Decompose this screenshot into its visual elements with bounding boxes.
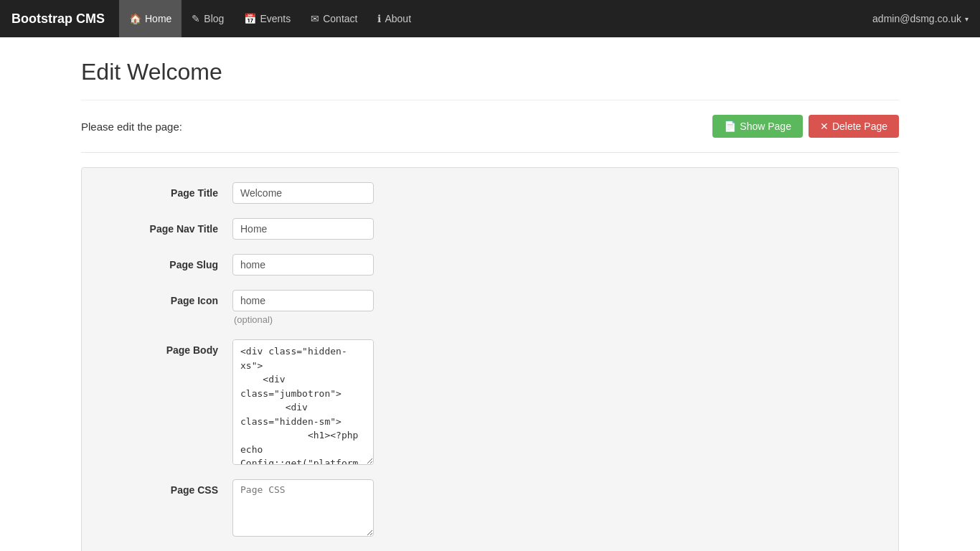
nav-link-events[interactable]: 📅 Events — [234, 0, 301, 37]
user-email: admin@dsmg.co.uk — [872, 13, 961, 24]
page-nav-title-group: Page Nav Title — [103, 218, 877, 240]
nav-label-home: Home — [145, 13, 171, 24]
toolbar-label: Please edit the page: — [81, 121, 182, 133]
page-body-body: <div class="hidden-xs"> <div class="jumb… — [232, 339, 374, 465]
page-nav-title-body — [232, 218, 374, 240]
navbar: Bootstrap CMS 🏠 Home ✎ Blog 📅 Events — [0, 0, 980, 37]
main-container: Edit Welcome Please edit the page: 📄 Sho… — [70, 37, 910, 551]
nav-items: 🏠 Home ✎ Blog 📅 Events ✉ Contact — [119, 0, 421, 37]
delete-page-label: Delete Page — [832, 121, 887, 132]
nav-item-home: 🏠 Home — [119, 0, 182, 37]
page-slug-body — [232, 254, 374, 276]
show-page-button[interactable]: 📄 Show Page — [712, 115, 803, 138]
user-dropdown-icon: ▾ — [965, 15, 969, 23]
page-slug-input[interactable] — [232, 254, 374, 276]
page-slug-group: Page Slug — [103, 254, 877, 276]
page-body-group: Page Body <div class="hidden-xs"> <div c… — [103, 339, 877, 465]
nav-label-blog: Blog — [204, 13, 224, 24]
file-icon: 📄 — [724, 121, 736, 132]
nav-label-about: About — [385, 13, 411, 24]
home-icon: 🏠 — [129, 13, 141, 24]
navbar-brand[interactable]: Bootstrap CMS — [11, 11, 105, 27]
events-icon: 📅 — [244, 13, 256, 24]
navbar-left: Bootstrap CMS 🏠 Home ✎ Blog 📅 Events — [11, 0, 421, 37]
page-css-body — [232, 479, 374, 537]
about-icon: ℹ — [377, 13, 381, 24]
nav-label-events: Events — [260, 13, 291, 24]
delete-icon: ✕ — [820, 121, 829, 132]
nav-link-about[interactable]: ℹ About — [367, 0, 421, 37]
page-css-group: Page CSS — [103, 479, 877, 537]
toolbar-row: Please edit the page: 📄 Show Page ✕ Dele… — [81, 115, 899, 153]
page-title: Edit Welcome — [81, 59, 899, 85]
page-nav-title-label: Page Nav Title — [103, 218, 232, 235]
blog-icon: ✎ — [192, 13, 200, 24]
page-body-label: Page Body — [103, 339, 232, 356]
nav-item-contact: ✉ Contact — [301, 0, 367, 37]
page-nav-title-input[interactable] — [232, 218, 374, 240]
nav-item-events: 📅 Events — [234, 0, 301, 37]
nav-item-blog: ✎ Blog — [182, 0, 234, 37]
page-icon-label: Page Icon — [103, 290, 232, 306]
page-title-label: Page Title — [103, 182, 232, 199]
nav-label-contact: Contact — [323, 13, 357, 24]
toolbar-buttons: 📄 Show Page ✕ Delete Page — [712, 115, 899, 138]
page-title-input[interactable] — [232, 182, 374, 204]
nav-link-contact[interactable]: ✉ Contact — [301, 0, 367, 37]
page-slug-label: Page Slug — [103, 254, 232, 270]
page-title-body — [232, 182, 374, 204]
nav-link-home[interactable]: 🏠 Home — [119, 0, 182, 37]
show-page-label: Show Page — [740, 121, 791, 132]
page-body-textarea[interactable]: <div class="hidden-xs"> <div class="jumb… — [232, 339, 374, 465]
page-css-label: Page CSS — [103, 479, 232, 496]
page-icon-hint: (optional) — [232, 314, 374, 325]
page-icon-group: Page Icon (optional) — [103, 290, 877, 325]
contact-icon: ✉ — [311, 13, 319, 24]
page-icon-body: (optional) — [232, 290, 374, 325]
form-panel: Page Title Page Nav Title Page Slug Page… — [81, 167, 899, 551]
nav-link-blog[interactable]: ✎ Blog — [182, 0, 234, 37]
nav-item-about: ℹ About — [367, 0, 421, 37]
page-icon-input[interactable] — [232, 290, 374, 311]
page-title-group: Page Title — [103, 182, 877, 204]
navbar-user[interactable]: admin@dsmg.co.uk ▾ — [872, 13, 969, 24]
delete-page-button[interactable]: ✕ Delete Page — [809, 115, 899, 138]
page-header: Edit Welcome — [81, 37, 899, 100]
page-css-textarea[interactable] — [232, 479, 374, 537]
